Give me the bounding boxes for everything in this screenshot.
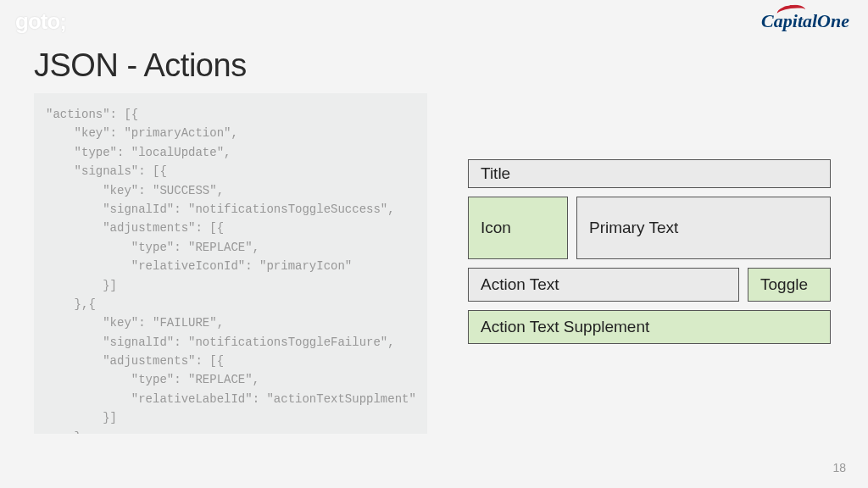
diagram-icon-box: Icon (468, 197, 568, 259)
diagram-title-box: Title (468, 159, 831, 188)
ui-schema-diagram: Title Icon Primary Text Action Text Togg… (468, 159, 831, 352)
diagram-supplement-box: Action Text Supplement (468, 310, 831, 344)
capital-one-logo: CapitalOne (761, 10, 849, 32)
json-code-block: "actions": [{ "key": "primaryAction", "t… (34, 93, 427, 434)
diagram-action-text-box: Action Text (468, 268, 739, 302)
page-number: 18 (832, 461, 846, 474)
goto-logo: goto; (15, 8, 66, 35)
diagram-primary-text-box: Primary Text (576, 197, 831, 259)
capital-one-text: CapitalOne (761, 10, 849, 31)
diagram-toggle-box: Toggle (748, 268, 831, 302)
page-title: JSON - Actions (34, 47, 247, 84)
